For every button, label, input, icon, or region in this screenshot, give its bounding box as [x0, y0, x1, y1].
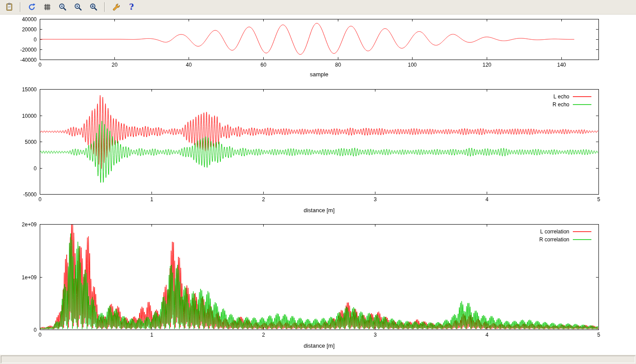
copy-button[interactable]: [4, 2, 15, 13]
zoom-next-button[interactable]: [72, 2, 83, 13]
plots-canvas[interactable]: [0, 15, 636, 354]
plot-surface: [0, 15, 636, 354]
zoom-previous-icon: [58, 3, 67, 11]
copy-icon: [5, 3, 14, 11]
autoscale-icon: [89, 3, 98, 11]
help-icon: ?: [129, 3, 134, 11]
grid-icon: [43, 3, 52, 11]
gnuplot-window: ?: [0, 0, 636, 364]
toolbar: ?: [0, 0, 636, 15]
status-field: [1, 356, 635, 363]
grid-button[interactable]: [42, 2, 53, 13]
replot-icon: [27, 3, 36, 11]
autoscale-button[interactable]: [88, 2, 99, 13]
status-bar: [0, 354, 636, 364]
configure-button[interactable]: [110, 2, 121, 13]
config-icon: [112, 3, 121, 11]
help-button[interactable]: ?: [126, 2, 137, 13]
zoom-previous-button[interactable]: [57, 2, 68, 13]
zoom-next-icon: [74, 3, 83, 11]
toolbar-separator: [20, 2, 21, 12]
replot-button[interactable]: [26, 2, 37, 13]
toolbar-separator: [104, 2, 105, 12]
